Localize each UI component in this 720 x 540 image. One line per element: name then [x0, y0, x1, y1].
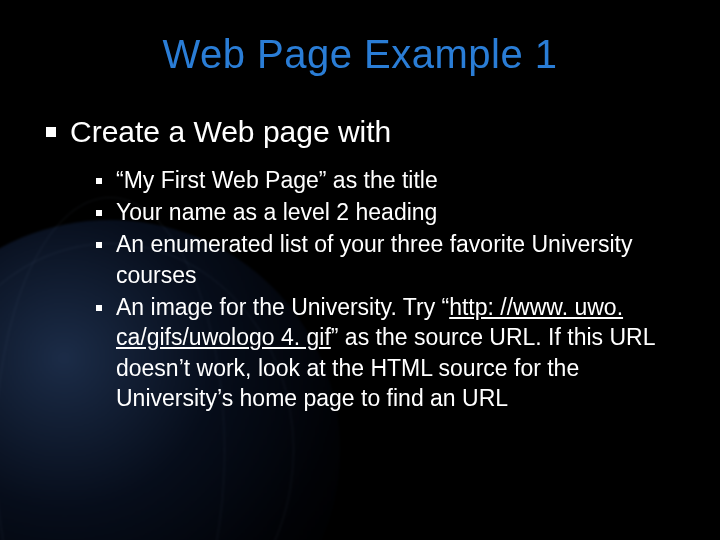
- slide-content: Web Page Example 1 Create a Web page wit…: [0, 0, 720, 540]
- small-square-bullet-icon: [96, 210, 102, 216]
- bullet-level2-item: “My First Web Page” as the title: [96, 165, 680, 195]
- small-square-bullet-icon: [96, 242, 102, 248]
- bullet-level1: Create a Web page with: [46, 113, 680, 151]
- bullet-level2-text: Your name as a level 2 heading: [116, 197, 437, 227]
- text-prefix: An image for the University. Try “: [116, 294, 449, 320]
- square-bullet-icon: [46, 127, 56, 137]
- bullet-level2-list: “My First Web Page” as the title Your na…: [96, 165, 680, 414]
- bullet-level2-item: An image for the University. Try “http: …: [96, 292, 680, 413]
- bullet-level2-item: Your name as a level 2 heading: [96, 197, 680, 227]
- bullet-level2-text: An enumerated list of your three favorit…: [116, 229, 680, 290]
- slide-title: Web Page Example 1: [40, 32, 680, 77]
- bullet-level2-item: An enumerated list of your three favorit…: [96, 229, 680, 290]
- bullet-level2-text: An image for the University. Try “http: …: [116, 292, 680, 413]
- small-square-bullet-icon: [96, 178, 102, 184]
- bullet-level1-text: Create a Web page with: [70, 113, 391, 151]
- small-square-bullet-icon: [96, 305, 102, 311]
- bullet-level2-text: “My First Web Page” as the title: [116, 165, 438, 195]
